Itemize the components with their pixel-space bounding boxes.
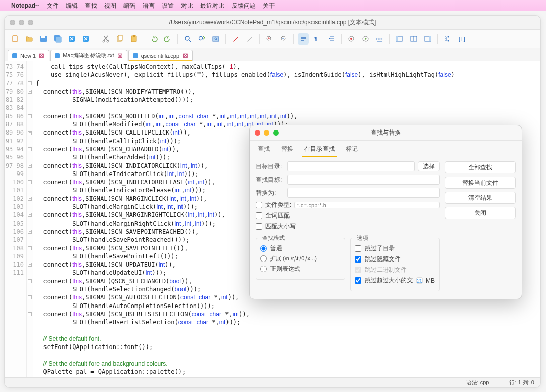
dialog-tab-replace[interactable]: 替换 (279, 143, 295, 157)
svg-point-21 (350, 38, 352, 40)
menu-edit[interactable]: 编辑 (66, 2, 78, 10)
dialog-tab-find[interactable]: 查找 (256, 143, 272, 157)
file-type-input[interactable] (294, 202, 440, 208)
wrap-icon[interactable] (298, 33, 309, 45)
minimize-icon[interactable] (19, 20, 24, 25)
panel-split-icon[interactable] (408, 33, 419, 45)
indent-icon[interactable] (326, 33, 337, 45)
tab-close-icon[interactable]: ⊠ (39, 52, 44, 59)
skip-subdir-label: 跳过子目录 (365, 244, 395, 253)
save-all-icon[interactable] (52, 33, 63, 45)
find-replace-dialog: 查找与替换 查找 替换 在目录查找 标记 目标目录:选择 查找目标: 替换为: … (249, 125, 522, 299)
menu-file[interactable]: 文件 (47, 2, 59, 10)
match-case-check[interactable] (256, 223, 262, 230)
paste-icon[interactable] (128, 33, 140, 45)
dialog-tab-find-in-dir[interactable]: 在目录查找 (302, 143, 337, 157)
mode-extended-radio[interactable] (260, 255, 267, 262)
save-icon[interactable] (38, 33, 49, 45)
record-icon[interactable] (346, 33, 357, 45)
menu-settings[interactable]: 设置 (162, 2, 174, 10)
tab-close-icon[interactable]: ⊠ (117, 52, 123, 59)
skip-maxsize-check[interactable] (355, 277, 361, 284)
panel-left-icon[interactable] (394, 33, 405, 45)
replace-current-button[interactable]: 替换当前文件 (445, 177, 516, 189)
menu-about[interactable]: 关于 (263, 2, 275, 10)
find-all-button[interactable]: 全部查找 (445, 161, 516, 173)
menu-language[interactable]: 语言 (143, 2, 155, 10)
mode-normal-label: 普通 (270, 244, 282, 253)
maxsize-input[interactable] (416, 277, 423, 284)
svg-text:GO: GO (376, 37, 382, 41)
replace-with-input[interactable] (287, 188, 440, 198)
svg-text:¶: ¶ (314, 36, 317, 42)
status-bar: 语法: cpp 行: 1 列: 0 (5, 377, 540, 387)
menu-feedback[interactable]: 反馈问题 (232, 2, 256, 10)
macos-menubar: Notepad-- 文件 编辑 查找 视图 编码 语言 设置 对比 最近对比 反… (0, 0, 546, 11)
zoom-in-icon[interactable] (264, 33, 275, 45)
file-type-check[interactable] (256, 202, 262, 208)
options-title: 选项 (355, 234, 370, 242)
close-all-icon[interactable] (80, 33, 92, 45)
find-target-input[interactable] (287, 175, 440, 185)
undo-icon[interactable] (148, 33, 159, 45)
open-folder-icon[interactable] (24, 33, 35, 45)
svg-point-29 (448, 36, 449, 37)
tab-close-icon[interactable]: ⊠ (183, 52, 188, 59)
skip-binary-label: 跳过二进制文件 (365, 266, 407, 274)
find-icon[interactable] (182, 33, 193, 45)
tab-mac-txt[interactable]: Mac编译图标说明.txt⊠ (50, 50, 127, 61)
zoom-out-icon[interactable] (278, 33, 289, 45)
menu-recent-compare[interactable]: 最近对比 (200, 2, 224, 10)
target-dir-label: 目标目录: (256, 162, 284, 171)
select-dir-button[interactable]: 选择 (418, 161, 440, 171)
mode-extended-label: 扩展 (\n,\r,\t,\0,\x...) (270, 255, 317, 263)
play-icon[interactable] (360, 33, 371, 45)
find-in-dir-icon[interactable] (210, 33, 221, 45)
tree-icon[interactable] (442, 33, 453, 45)
close-dialog-button[interactable]: 关闭 (445, 207, 516, 219)
zoom-icon[interactable] (28, 20, 33, 25)
panel-right-icon[interactable] (422, 33, 433, 45)
replace-icon[interactable] (196, 33, 207, 45)
goto-icon[interactable]: GO (374, 33, 385, 45)
new-file-icon[interactable] (10, 33, 21, 45)
svg-rect-4 (56, 37, 61, 42)
whole-word-check[interactable] (256, 212, 262, 219)
redo-icon[interactable] (162, 33, 173, 45)
close-icon[interactable] (10, 20, 15, 25)
match-case-label: 匹配大小写 (265, 222, 296, 231)
copy-icon[interactable] (114, 33, 125, 45)
skip-hidden-check[interactable] (355, 256, 361, 263)
menu-view[interactable]: 视图 (104, 2, 116, 10)
clear-results-button[interactable]: 清空结果 (445, 192, 516, 204)
search-mode-group: 查找模式 普通 扩展 (\n,\r,\t,\0,\x...) 正则表达式 (256, 238, 345, 280)
tab-new1[interactable]: New 1⊠ (8, 50, 49, 61)
svg-point-30 (448, 40, 449, 41)
svg-rect-15 (213, 37, 219, 41)
menu-encoding[interactable]: 编码 (123, 2, 135, 10)
window-title: /Users/yinzuowei/work/CCNotePad_m1/qscin… (5, 18, 540, 27)
font-icon[interactable]: [T] (456, 33, 467, 45)
file-type-label: 文件类型: (265, 201, 291, 209)
menu-find[interactable]: 查找 (85, 2, 97, 10)
show-symbols-icon[interactable]: ¶ (312, 33, 323, 45)
close-file-icon[interactable] (66, 33, 77, 45)
target-dir-input[interactable] (287, 161, 415, 171)
marker-red-icon[interactable] (230, 33, 241, 45)
skip-subdir-check[interactable] (355, 245, 361, 252)
tab-qsciscintilla[interactable]: qsciscintilla.cpp⊠ (128, 50, 193, 61)
mode-normal-radio[interactable] (260, 245, 267, 252)
status-position: 行: 1 列: 0 (509, 379, 534, 386)
whole-word-label: 全词匹配 (265, 211, 290, 220)
dialog-tab-mark[interactable]: 标记 (344, 143, 360, 157)
mode-regex-radio[interactable] (260, 266, 267, 272)
app-name[interactable]: Notepad-- (11, 2, 39, 9)
dialog-titlebar[interactable]: 查找与替换 (250, 125, 522, 141)
fold-column[interactable]: −−−−−−−−−−−−−−− (27, 61, 33, 377)
skip-hidden-label: 跳过隐藏文件 (365, 255, 401, 264)
cut-icon[interactable] (100, 33, 111, 45)
marker-clear-icon[interactable] (244, 33, 255, 45)
svg-rect-0 (13, 36, 17, 42)
options-group: 选项 跳过子目录 跳过隐藏文件 跳过二进制文件 跳过超过大小的文 MB (350, 238, 440, 291)
menu-compare[interactable]: 对比 (181, 2, 193, 10)
